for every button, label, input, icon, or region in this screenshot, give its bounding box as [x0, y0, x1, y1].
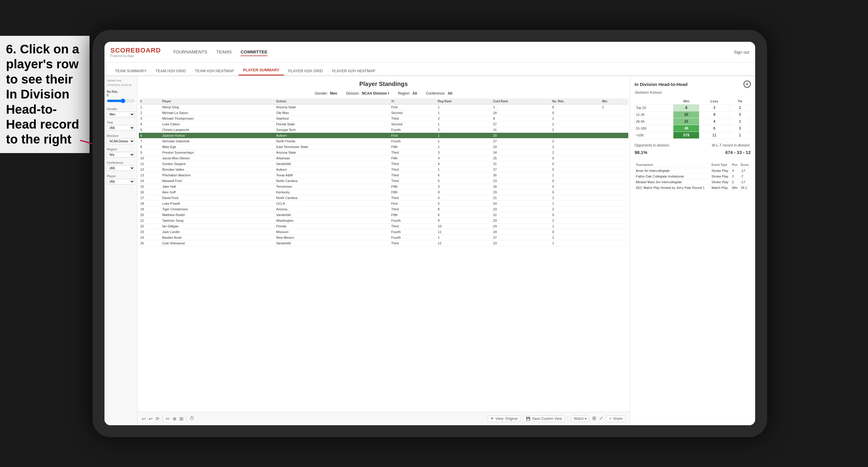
h2h-range: >100 — [635, 132, 673, 139]
table-row[interactable]: 21 Taehoon Song Washington Fourth 9 23 2 — [139, 218, 628, 223]
cell-school: East Tennessee State — [275, 144, 390, 150]
cell-school: Arkansas — [275, 155, 390, 161]
paste-icon[interactable]: ⊞ — [179, 416, 183, 422]
copy-icon[interactable]: ⊕ — [173, 416, 177, 422]
cell-win — [600, 167, 628, 173]
tour-name: Mirabel Maui Jim Intercollegiate — [634, 179, 710, 185]
grid-icon[interactable]: ⊞ — [592, 415, 596, 422]
table-row[interactable]: 17 David Ford North Carolina Third 4 21 … — [139, 195, 628, 201]
table-row[interactable]: 6 Jackson Koivun Auburn First 1 20 — [139, 133, 628, 138]
subnav-player-h2h-heatmap[interactable]: PLAYER H2H HEATMAP — [328, 66, 380, 75]
close-btn[interactable]: ✕ — [744, 81, 751, 88]
table-row[interactable]: 22 Ian Gilligan Florida Third 10 24 1 — [139, 223, 628, 229]
cell-reg: 4 — [436, 195, 492, 201]
table-row[interactable]: 16 Alex Goff Kentucky Fifth 8 19 0 — [139, 189, 628, 195]
cell-yr: Fourth — [390, 138, 436, 144]
view-icon: 👁 — [490, 416, 494, 421]
cell-win — [600, 116, 628, 121]
table-row[interactable]: 23 Jack Lundin Missouri Fourth 11 24 0 — [139, 229, 628, 235]
table-row[interactable]: 9 Preston Summerhays Arizona State Third… — [139, 150, 628, 155]
subnav-team-h2h-heatmap[interactable]: TEAM H2H HEATMAP — [190, 66, 239, 75]
tournament-row: Amer Ari Intercollegiate Stroke Play 4 -… — [634, 168, 751, 174]
cell-school: North Carolina — [275, 178, 390, 184]
conference-section: Conference (All) — [107, 161, 135, 171]
player-select[interactable]: (All) — [107, 179, 135, 184]
table-row[interactable]: 5 Christo Lamprecht Georgia Tech Fourth … — [139, 127, 628, 133]
gender-select[interactable]: Men — [107, 112, 135, 117]
share-btn[interactable]: ↗ Share — [606, 415, 625, 422]
cell-num: 17 — [139, 195, 161, 201]
table-row[interactable]: 13 Phichaksn Maichon Texas A&M Third 6 3… — [139, 173, 628, 178]
logo: SCOREBOARD Powered by clippi — [111, 46, 161, 58]
cell-num: 16 — [139, 189, 161, 195]
no-rds-slider[interactable] — [107, 98, 135, 103]
table-row[interactable]: 4 Luke Claton Florida State Second 1 27 … — [139, 121, 628, 127]
timer-icon[interactable]: ⏱ — [190, 416, 194, 421]
table-row[interactable]: 25 Cole Sherwood Vanderbilt Third 12 23 … — [139, 241, 628, 246]
table-row[interactable]: 15 Jake Hall Tennessee Fifth 3 18 0 — [139, 184, 628, 189]
right-panel: In Division Head-to-Head ✕ Jackson Koivu… — [630, 76, 755, 425]
nav-committee[interactable]: COMMITTEE — [241, 48, 268, 56]
division-filter: Division: NCAA Division I — [346, 91, 389, 95]
table-row[interactable]: 12 Brendan Valles Auburn Third 1 27 0 — [139, 167, 628, 173]
expand-icon[interactable]: ⤢ — [599, 415, 603, 422]
save-custom-view-btn[interactable]: 💾 Save Custom View — [523, 415, 565, 422]
nav-teams[interactable]: TEAMS — [216, 48, 231, 56]
table-row[interactable]: 20 Matthew Riedel Vanderbilt Fifth 6 22 … — [139, 212, 628, 218]
h2h-range: 51-100 — [635, 125, 673, 132]
nav-sign-out[interactable]: Sign out — [734, 50, 749, 55]
scissors-icon[interactable]: ✂ — [166, 416, 169, 422]
table-row[interactable]: 19 Tiger Christensen Arizona Third 8 23 … — [139, 207, 628, 212]
conference-label: Conference — [107, 161, 135, 164]
view-original-btn[interactable]: 👁 View: Original — [488, 415, 520, 422]
cell-rds: 0 — [551, 229, 600, 235]
cell-school: Auburn — [275, 167, 390, 173]
region-filter: Region: All — [398, 91, 417, 95]
cell-win — [600, 150, 628, 155]
table-row[interactable]: 1 Wenyi Ding Arizona State First 1 1 6 1 — [139, 104, 628, 110]
cell-num: 3 — [139, 116, 161, 121]
division-select[interactable]: NCAA Division I — [107, 138, 135, 144]
instruction-text: 6. Click on a player's row to see their … — [0, 36, 90, 153]
cell-reg: 11 — [436, 229, 492, 235]
watch-btn[interactable]: Watch ▾ — [571, 415, 589, 422]
table-row[interactable]: 14 Maxwell Ford North Carolina Third 5 2… — [139, 178, 628, 184]
logo-sub: Powered by clippi — [111, 54, 161, 58]
cell-conf: 24 — [492, 229, 551, 235]
table-row[interactable]: 7 Nicholas Gabrelcik North Florida Fourt… — [139, 138, 628, 144]
year-select[interactable]: (All) — [107, 125, 135, 131]
division-section: Division NCAA Division I — [107, 134, 135, 144]
subnav-player-h2h-grid[interactable]: PLAYER H2H GRID — [284, 66, 328, 75]
subnav-team-summary[interactable]: TEAM SUMMARY — [111, 66, 151, 75]
table-row[interactable]: 3 Michael Thorbjornsen Stanford Third 2 … — [139, 116, 628, 121]
table-row[interactable]: 10 Jacob Mou-Oleson Arkansas Fifth 4 25 … — [139, 155, 628, 161]
tournament-row: Mirabel Maui Jim Intercollegiate Stroke … — [634, 179, 751, 185]
sidebar: Update time: 27/03/2024 16:56:26 No Rds.… — [104, 76, 137, 425]
cell-school: North Carolina — [275, 195, 390, 201]
cell-yr: Fourth — [390, 235, 436, 241]
nav-tournaments[interactable]: TOURNAMENTS — [173, 48, 208, 56]
cell-school: Washington — [275, 218, 390, 223]
conference-select[interactable]: (All) — [107, 165, 135, 171]
cell-win — [600, 212, 628, 218]
cell-win — [600, 201, 628, 207]
cell-reg: 1 — [436, 235, 492, 241]
no-rds-value: 6 — [107, 93, 135, 97]
table-row[interactable]: 8 Mats Ege East Tennessee State Fifth 1 … — [139, 144, 628, 150]
table-row[interactable]: 11 Gordon Sargent Vanderbilt Third 4 21 … — [139, 161, 628, 167]
undo-icon[interactable]: ↩ — [142, 416, 146, 422]
table-row[interactable]: 18 Luke Powell UCLA First 5 24 1 — [139, 201, 628, 207]
cell-win — [600, 229, 628, 235]
cell-conf: 21 — [492, 195, 551, 201]
cell-school: Auburn — [275, 133, 390, 138]
table-row[interactable]: 2 Michael La Sasso Ole Miss Second 1 18 … — [139, 110, 628, 116]
subnav-player-summary[interactable]: PLAYER SUMMARY — [239, 65, 284, 75]
table-row[interactable]: 24 Bastien Amat New Mexico Fourth 1 27 2 — [139, 235, 628, 241]
refresh-icon[interactable]: ⟳ — [156, 416, 159, 422]
cell-player: Ian Gilligan — [161, 223, 275, 229]
subnav-team-h2h-grid[interactable]: TEAM H2H GRID — [151, 66, 190, 75]
region-select[interactable]: N/a — [107, 152, 135, 158]
save-icon: 💾 — [526, 416, 530, 421]
redo-icon[interactable]: ↩ — [149, 416, 153, 422]
col-conf-rank: Conf Rank — [492, 98, 551, 104]
